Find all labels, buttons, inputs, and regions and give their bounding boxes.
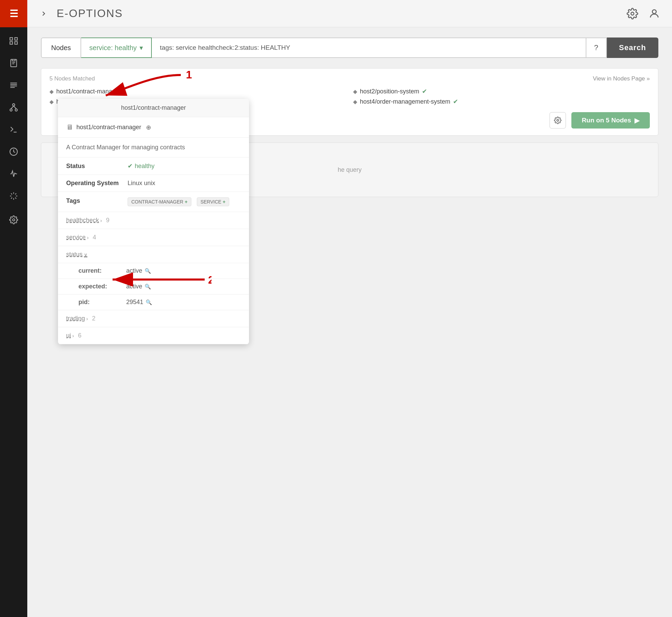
diamond-icon-4: ◆ [353, 99, 357, 105]
ui-row[interactable]: ui › 6 [58, 327, 249, 344]
os-label: Operating System [66, 180, 128, 187]
svg-point-19 [631, 12, 634, 15]
expected-label: expected: [78, 283, 126, 290]
healthcheck-count: 9 [106, 217, 109, 224]
svg-point-11 [13, 104, 15, 106]
current-value: active 🔍 [126, 267, 151, 274]
settings-icon[interactable] [625, 6, 640, 21]
current-text: active [126, 267, 142, 274]
sidebar-nav [0, 27, 27, 230]
tooltip-header: host1/contract-manager [58, 99, 249, 117]
expected-text: active [126, 283, 142, 290]
sidebar-item-history[interactable] [3, 141, 24, 162]
node-item-1[interactable]: ◆ host1/contract-manager [49, 88, 346, 95]
filter-label: service: healthy [89, 44, 137, 52]
tooltip-popup: 1 host1/contract-manager 🖥 host1/contrac… [58, 99, 249, 344]
svg-line-15 [14, 106, 16, 109]
empty-query-text: he query [338, 166, 362, 174]
ui-label: ui [66, 332, 71, 339]
svg-rect-0 [10, 37, 13, 40]
sidebar-logo[interactable]: ☰ [0, 0, 27, 27]
status-value: ✔ healthy [128, 162, 155, 170]
diamond-icon-2: ◆ [353, 88, 357, 95]
status-expandable-label: status [66, 251, 83, 258]
trading-expand-icon: › [86, 316, 88, 321]
sidebar-item-health[interactable] [3, 164, 24, 184]
node-name-4: host4/order-management-system [360, 98, 450, 105]
status-expandable-row[interactable]: status ∨ [58, 246, 249, 263]
tag-contract-manager[interactable]: CONTRACT-MANAGER + [128, 197, 191, 206]
svg-point-20 [652, 10, 656, 13]
healthcheck-label: healthcheck [66, 217, 99, 224]
view-nodes-link[interactable]: View in Nodes Page » [593, 75, 650, 82]
tooltip-callout: host1/contract-manager 🖥 host1/contract-… [58, 99, 249, 344]
pid-label: pid: [78, 299, 126, 306]
server-icon: 🖥 [66, 123, 73, 131]
diamond-icon-1: ◆ [49, 88, 54, 95]
tooltip-node-name: host1/contract-manager [76, 124, 141, 131]
search-help-button[interactable]: ? [586, 37, 607, 58]
topbar-expand-button[interactable] [38, 7, 50, 20]
sidebar-item-terminal[interactable] [3, 119, 24, 140]
svg-point-12 [10, 109, 12, 111]
search-button[interactable]: Search [607, 37, 658, 58]
tags-label: Tags [66, 197, 128, 205]
service-row[interactable]: service › 4 [58, 229, 249, 246]
tag-plus-1: + [185, 199, 187, 205]
svg-point-21 [557, 119, 559, 121]
service-expand-icon: › [87, 235, 89, 240]
app-title: E-OPTIONS [57, 7, 618, 20]
logo-icon: ☰ [10, 8, 18, 19]
node-item-2[interactable]: ◆ host2/position-system ✔ [353, 88, 650, 95]
trading-row[interactable]: trading › 2 [58, 310, 249, 327]
service-count: 4 [93, 234, 96, 241]
sidebar-item-plugin[interactable] [3, 186, 24, 206]
node-name-1: host1/contract-manager [56, 88, 121, 95]
os-value: Linux unix [128, 180, 155, 187]
tag-service[interactable]: SERVICE + [197, 197, 229, 206]
nodes-tab[interactable]: Nodes [41, 37, 81, 58]
tooltip-add-icon[interactable]: ⊕ [146, 124, 151, 131]
pid-search-icon[interactable]: 🔍 [145, 299, 152, 306]
pid-value: 29541 🔍 [126, 299, 152, 306]
run-button[interactable]: Run on 5 Nodes ▶ [571, 112, 650, 129]
tooltip-description: A Contract Manager for managing contract… [58, 138, 249, 157]
svg-point-13 [15, 109, 17, 111]
results-header: 5 Nodes Matched View in Nodes Page » [49, 75, 650, 82]
user-icon[interactable] [647, 6, 662, 21]
check-icon-2: ✔ [422, 88, 427, 95]
expected-value: active 🔍 [126, 283, 151, 290]
expected-search-icon[interactable]: 🔍 [144, 283, 151, 290]
main-container: E-OPTIONS Nodes service: healthy ▾ tags:… [27, 0, 672, 617]
node-item-4[interactable]: ◆ host4/order-management-system ✔ [353, 98, 650, 105]
run-settings-button[interactable] [550, 112, 566, 129]
service-label: service [66, 234, 86, 241]
sidebar-item-settings[interactable] [3, 210, 24, 230]
status-pid-row: pid: 29541 🔍 [58, 295, 249, 310]
tooltip-status-row: Status ✔ healthy [58, 157, 249, 175]
node-name-2: host2/position-system [360, 88, 419, 95]
search-query[interactable]: tags: service healthcheck:2:status: HEAL… [152, 37, 586, 58]
current-search-icon[interactable]: 🔍 [144, 268, 151, 274]
filter-tab[interactable]: service: healthy ▾ [81, 37, 152, 58]
svg-rect-1 [15, 37, 17, 40]
filter-dropdown-icon: ▾ [140, 44, 143, 52]
tooltip-tags-row: Tags CONTRACT-MANAGER + SERVICE + [58, 192, 249, 212]
healthcheck-row[interactable]: healthcheck › 9 [58, 212, 249, 229]
sidebar-item-list[interactable] [3, 75, 24, 95]
content-area: Nodes service: healthy ▾ tags: service h… [27, 27, 672, 617]
sidebar-item-topology[interactable] [3, 97, 24, 118]
tag-plus-2: + [223, 199, 225, 205]
run-play-icon: ▶ [634, 117, 640, 124]
sidebar-item-clipboard[interactable] [3, 53, 24, 73]
status-label: Status [66, 163, 128, 170]
ui-expand-icon: › [72, 333, 74, 338]
svg-rect-3 [15, 42, 17, 44]
tooltip-node-title-row: 🖥 host1/contract-manager ⊕ [58, 117, 249, 138]
tooltip-body: 🖥 host1/contract-manager ⊕ A Contract Ma… [58, 117, 249, 344]
sidebar-item-dashboard[interactable] [3, 31, 24, 51]
topbar: E-OPTIONS [27, 0, 672, 27]
trading-label: trading [66, 315, 85, 322]
check-icon-4: ✔ [453, 98, 458, 105]
sidebar: ☰ [0, 0, 27, 617]
